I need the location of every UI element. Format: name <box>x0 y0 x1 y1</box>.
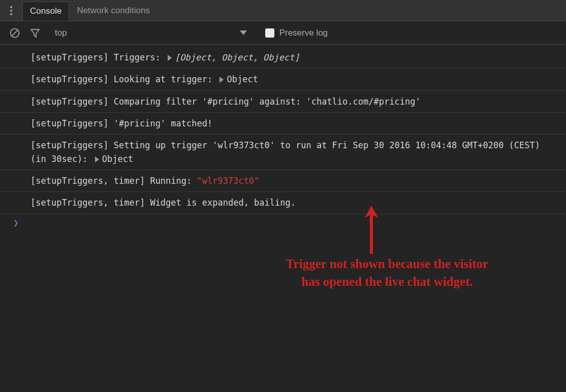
log-entry[interactable]: [setupTriggers] Triggers: [Object, Objec… <box>0 47 566 69</box>
expand-icon[interactable] <box>219 77 224 83</box>
filter-button[interactable] <box>29 27 41 39</box>
context-label: top <box>55 28 67 38</box>
tab-network-conditions[interactable]: Network conditions <box>69 1 158 20</box>
context-selector[interactable]: top <box>55 28 247 38</box>
log-entry[interactable]: [setupTriggers] '#pricing' matched! <box>0 113 566 135</box>
expand-icon[interactable] <box>95 156 99 162</box>
preserve-log-checkbox[interactable] <box>265 28 274 38</box>
log-entry[interactable]: [setupTriggers, timer] Running: "wlr9373… <box>0 170 566 192</box>
log-entry[interactable]: [setupTriggers] Comparing filter '#prici… <box>0 91 566 113</box>
expand-icon[interactable] <box>168 55 172 61</box>
log-entry[interactable]: [setupTriggers] Looking at trigger: Obje… <box>0 69 566 90</box>
log-entry[interactable]: [setupTriggers] Setting up trigger 'wlr9… <box>0 135 566 170</box>
svg-line-1 <box>12 30 18 36</box>
console-log: [setupTriggers] Triggers: [Object, Objec… <box>0 45 566 214</box>
kebab-icon <box>10 6 12 15</box>
more-options-button[interactable] <box>4 4 18 18</box>
console-prompt[interactable]: ❯ <box>0 214 566 231</box>
tab-bar: Console Network conditions <box>0 0 566 21</box>
annotation-arrow <box>354 206 389 258</box>
tab-console[interactable]: Console <box>22 2 69 21</box>
preserve-log-group: Preserve log <box>265 28 328 38</box>
preserve-log-label: Preserve log <box>279 28 328 38</box>
string-value: "wlr9373ct0" <box>197 176 260 186</box>
annotation-text: Trigger not shown because the visitor ha… <box>250 255 524 290</box>
chevron-down-icon <box>240 30 247 35</box>
log-entry[interactable]: [setupTriggers, timer] Widget is expande… <box>0 192 566 214</box>
console-toolbar: top Preserve log <box>0 21 566 45</box>
clear-console-button[interactable] <box>9 27 20 39</box>
